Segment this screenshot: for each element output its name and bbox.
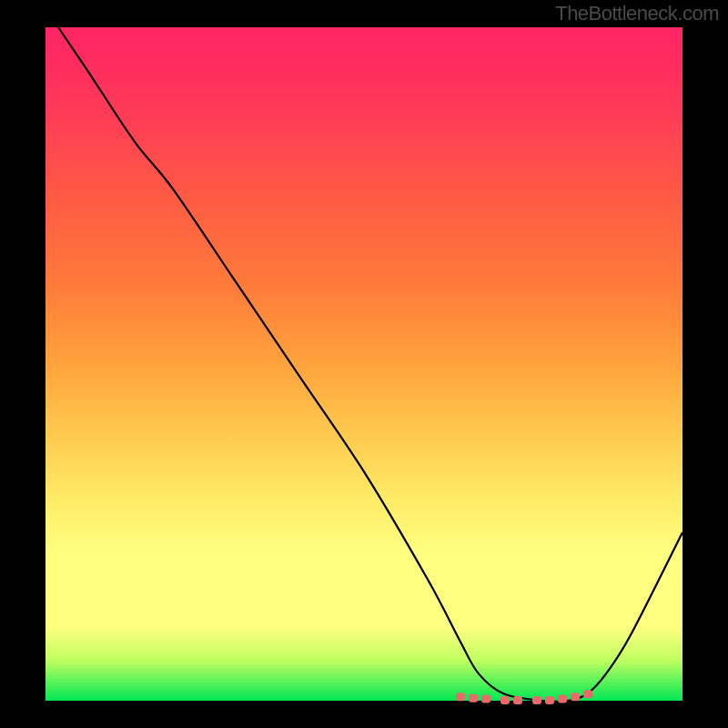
trough-marker [583, 690, 592, 698]
trough-marker [532, 696, 541, 704]
trough-marker [545, 696, 554, 704]
trough-marker [513, 696, 522, 704]
trough-markers [456, 690, 592, 704]
trough-marker [500, 696, 510, 704]
trough-marker [456, 693, 465, 701]
chart-svg [46, 27, 682, 701]
chart-plot-area [46, 27, 682, 701]
trough-marker [558, 695, 567, 703]
trough-marker [481, 695, 490, 703]
trough-marker [469, 694, 478, 703]
watermark-text: TheBottleneck.com [555, 2, 719, 25]
trough-marker [571, 693, 580, 701]
bottleneck-curve-line [58, 27, 682, 702]
